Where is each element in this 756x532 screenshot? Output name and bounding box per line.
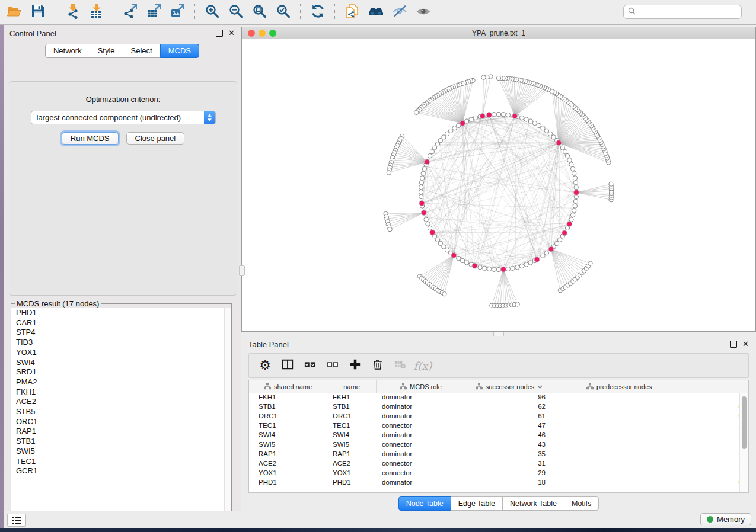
mcds-hub-node[interactable]: [567, 222, 572, 227]
table-row[interactable]: SWI4SWI4dominator462: [249, 431, 748, 441]
network-node[interactable]: [419, 185, 423, 189]
clone-network-button[interactable]: [340, 2, 364, 23]
tab-node-table[interactable]: Node Table: [398, 496, 451, 511]
network-node[interactable]: [445, 132, 449, 136]
network-node[interactable]: [574, 185, 578, 189]
window-maximize-icon[interactable]: [269, 30, 276, 37]
horizontal-splitter[interactable]: [241, 332, 756, 336]
network-node[interactable]: [433, 146, 437, 150]
network-node[interactable]: [541, 254, 545, 258]
network-node[interactable]: [426, 222, 430, 226]
network-node[interactable]: [419, 190, 423, 194]
tab-edge-table[interactable]: Edge Table: [451, 496, 503, 511]
network-node[interactable]: [492, 113, 496, 117]
column-panel-button[interactable]: [276, 355, 299, 376]
mcds-result-item[interactable]: PHD1: [11, 308, 231, 318]
network-node[interactable]: [421, 171, 425, 175]
table-row[interactable]: PHD1PHD1dominator180: [249, 479, 748, 488]
table-row[interactable]: ORC1ORC1dominator610: [249, 412, 748, 422]
add-column-button[interactable]: [344, 355, 366, 376]
network-node[interactable]: [442, 135, 446, 139]
table-scrollbar-thumb[interactable]: [742, 396, 747, 449]
network-node[interactable]: [501, 113, 505, 117]
export-image-button[interactable]: [166, 2, 190, 23]
mcds-hub-node[interactable]: [460, 121, 465, 126]
mcds-result-item[interactable]: STB1: [11, 437, 231, 447]
network-node[interactable]: [569, 162, 573, 166]
search-input[interactable]: [639, 7, 741, 17]
network-node[interactable]: [548, 132, 552, 136]
network-titlebar[interactable]: YPA_prune.txt_1: [242, 27, 755, 39]
mcds-hub-node[interactable]: [419, 201, 425, 206]
column-header-successor-nodes[interactable]: successor nodes: [465, 380, 553, 393]
refresh-button[interactable]: [306, 2, 330, 23]
network-node[interactable]: [554, 241, 559, 245]
select-all-button[interactable]: [299, 355, 321, 376]
open-session-button[interactable]: [2, 2, 26, 23]
column-header-MCDS-role[interactable]: MCDS role: [377, 380, 465, 393]
tab-network-table[interactable]: Network Table: [502, 496, 564, 511]
network-node[interactable]: [519, 116, 524, 120]
column-header-name[interactable]: name: [327, 380, 377, 393]
network-node[interactable]: [544, 129, 548, 133]
mcds-result-item[interactable]: SWI5: [11, 447, 231, 457]
network-node[interactable]: [457, 256, 461, 260]
network-node[interactable]: [419, 181, 423, 185]
zoom-fit-button[interactable]: [248, 2, 272, 23]
network-node[interactable]: [435, 142, 439, 146]
network-node[interactable]: [419, 194, 423, 198]
zoom-selected-button[interactable]: [272, 2, 295, 23]
network-node[interactable]: [465, 261, 469, 265]
close-panel-button[interactable]: Close panel: [126, 132, 185, 145]
mcds-hub-node[interactable]: [534, 257, 540, 262]
mcds-result-item[interactable]: FKH1: [11, 387, 231, 398]
network-node[interactable]: [528, 261, 532, 265]
mcds-hub-node[interactable]: [548, 246, 554, 252]
mcds-hub-node[interactable]: [430, 230, 435, 235]
network-node[interactable]: [567, 158, 572, 162]
close-table-panel-icon[interactable]: ✕: [742, 341, 749, 347]
mcds-hub-node[interactable]: [421, 210, 426, 216]
network-node[interactable]: [449, 129, 453, 133]
network-node[interactable]: [524, 262, 528, 267]
mcds-hub-node[interactable]: [556, 140, 562, 146]
network-node[interactable]: [524, 117, 528, 121]
float-panel-icon[interactable]: [216, 30, 223, 37]
network-node[interactable]: [560, 146, 564, 150]
network-node[interactable]: [460, 258, 464, 262]
network-node[interactable]: [496, 267, 500, 271]
mcds-result-item[interactable]: CAR1: [11, 318, 231, 328]
network-node[interactable]: [387, 171, 391, 175]
network-node[interactable]: [573, 176, 577, 180]
table-row[interactable]: ACE2ACE2connector311: [249, 460, 748, 469]
network-node[interactable]: [588, 261, 592, 265]
network-node[interactable]: [573, 181, 578, 185]
find-button[interactable]: [364, 2, 388, 23]
network-node[interactable]: [511, 266, 515, 270]
network-node[interactable]: [572, 171, 576, 175]
network-node[interactable]: [420, 176, 424, 180]
deselect-all-button[interactable]: [321, 355, 344, 376]
network-node[interactable]: [573, 199, 578, 203]
network-node[interactable]: [483, 266, 487, 270]
mcds-hub-node[interactable]: [451, 253, 457, 258]
hide-selected-button[interactable]: [388, 2, 412, 23]
table-row[interactable]: YOX1YOX1connector291: [249, 469, 748, 479]
mcds-hub-node[interactable]: [425, 159, 430, 165]
run-mcds-button[interactable]: Run MCDS: [62, 132, 119, 145]
network-node[interactable]: [506, 113, 510, 117]
network-node[interactable]: [563, 150, 567, 154]
zoom-out-button[interactable]: [224, 2, 248, 23]
mcds-result-list[interactable]: PHD1CAR1STP4TID3YOX1SWI4SRD1PMA2FKH1ACE2…: [11, 308, 231, 521]
network-node[interactable]: [473, 116, 477, 120]
network-node[interactable]: [492, 267, 496, 271]
network-node[interactable]: [532, 121, 537, 125]
zoom-in-button[interactable]: [200, 2, 224, 23]
import-network-button[interactable]: [60, 2, 84, 23]
network-node[interactable]: [515, 302, 519, 306]
mcds-hub-node[interactable]: [487, 113, 492, 118]
mcds-hub-node[interactable]: [562, 230, 567, 236]
mcds-result-item[interactable]: GCR1: [11, 466, 231, 476]
mcds-list-scrollbar[interactable]: [224, 308, 231, 521]
network-node[interactable]: [570, 166, 575, 171]
